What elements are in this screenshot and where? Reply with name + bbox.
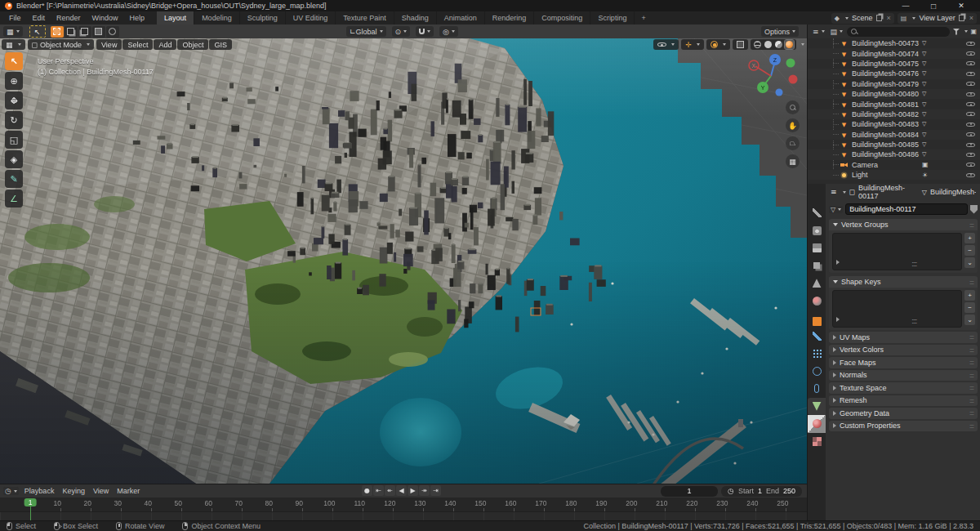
transform-orientation-dropdown[interactable]: ∟ Global bbox=[346, 26, 386, 37]
visibility-eye-icon[interactable] bbox=[966, 80, 975, 87]
tool-button[interactable] bbox=[5, 111, 23, 129]
collapsed-panel-header[interactable]: Face Maps :::: bbox=[829, 357, 978, 368]
xray-toggle[interactable] bbox=[733, 39, 748, 50]
filter-icon[interactable] bbox=[952, 29, 960, 35]
collapsed-panel-header[interactable]: Geometry Data :::: bbox=[829, 408, 978, 419]
current-frame-field[interactable]: 1 bbox=[661, 486, 718, 497]
expand-arrow-icon[interactable] bbox=[836, 317, 840, 322]
timeline-menu-item[interactable]: Playback bbox=[20, 487, 59, 495]
menu-item[interactable]: File bbox=[3, 14, 27, 22]
object-name[interactable]: BuildingMesh-00484 bbox=[852, 131, 919, 139]
workspace-tab[interactable]: Modeling bbox=[194, 11, 240, 25]
select-mode-button[interactable] bbox=[78, 26, 91, 38]
visibility-eye-icon[interactable] bbox=[966, 131, 975, 138]
shading-mode-button[interactable] bbox=[774, 40, 783, 49]
zoom-button[interactable] bbox=[786, 100, 800, 114]
object-name[interactable]: BuildingMesh-00483 bbox=[852, 120, 919, 128]
visibility-eye-icon[interactable] bbox=[966, 110, 975, 118]
tool-button[interactable] bbox=[5, 52, 23, 70]
unlink-scene-icon[interactable]: × bbox=[887, 14, 891, 22]
workspace-tab[interactable]: Sculpting bbox=[240, 11, 286, 25]
outliner-row[interactable]: BuildingMesh-00486 bbox=[808, 149, 980, 159]
collapsed-panel-header[interactable]: Vertex Colors :::: bbox=[829, 345, 978, 356]
camera-view-button[interactable]: ⏢ bbox=[786, 136, 800, 150]
breadcrumb-data-name[interactable]: BuildingMesh-00117 bbox=[930, 188, 976, 196]
viewport-menu-item[interactable]: Add bbox=[154, 39, 176, 50]
object-name[interactable]: BuildingMesh-00479 bbox=[852, 80, 919, 88]
panel-grip-icon[interactable]: :::: bbox=[969, 279, 973, 286]
remove-vertex-group-button[interactable]: − bbox=[964, 245, 975, 256]
tool-button[interactable] bbox=[5, 150, 23, 168]
playhead-line[interactable] bbox=[30, 506, 32, 521]
datablock-name-field[interactable]: BuildingMesh-00117 bbox=[845, 203, 968, 215]
chevron-down-icon[interactable] bbox=[801, 43, 804, 46]
collapsed-panel-header[interactable]: Remesh :::: bbox=[829, 395, 978, 407]
visibility-eye-icon[interactable] bbox=[966, 60, 975, 67]
tool-button[interactable] bbox=[5, 170, 23, 188]
timeline-editor-type-button[interactable]: ◷ bbox=[3, 487, 19, 495]
properties-tab[interactable] bbox=[808, 274, 826, 292]
outliner-row[interactable]: BuildingMesh-00484 bbox=[808, 130, 980, 140]
outliner-row[interactable]: BuildingMesh-00485 bbox=[808, 140, 980, 149]
collapsed-panel-header[interactable]: UV Maps :::: bbox=[829, 332, 978, 343]
workspace-tab[interactable]: Texture Paint bbox=[336, 11, 394, 25]
timeline-menu-item[interactable]: Marker bbox=[113, 487, 144, 495]
list-grip-icon[interactable]: :::: bbox=[911, 260, 916, 268]
vertex-groups-panel-header[interactable]: Vertex Groups :::: bbox=[829, 219, 978, 230]
viewport-menu-item[interactable]: View bbox=[96, 39, 122, 50]
panel-grip-icon[interactable]: :::: bbox=[969, 359, 973, 366]
add-workspace-button[interactable]: + bbox=[635, 11, 652, 25]
workspace-tab[interactable]: Rendering bbox=[485, 11, 535, 25]
show-overlays-dropdown[interactable] bbox=[706, 39, 730, 50]
properties-tab[interactable] bbox=[808, 222, 826, 240]
outliner-row[interactable]: Light bbox=[808, 170, 980, 180]
visibility-eye-icon[interactable] bbox=[966, 172, 975, 179]
object-visibility-dropdown[interactable] bbox=[653, 39, 679, 50]
remove-view-layer-icon[interactable]: × bbox=[969, 14, 973, 22]
outliner-display-mode-dropdown[interactable]: ▤ bbox=[829, 28, 845, 36]
object-name[interactable]: BuildingMesh-00476 bbox=[852, 69, 919, 78]
object-name[interactable]: BuildingMesh-00480 bbox=[852, 90, 919, 98]
visibility-eye-icon[interactable] bbox=[966, 161, 975, 168]
view-layer-selector[interactable]: ▤ View Layer × bbox=[898, 13, 977, 24]
show-gizmos-dropdown[interactable]: ✛ bbox=[681, 39, 704, 50]
fake-user-shield-icon[interactable] bbox=[970, 205, 978, 214]
vertex-groups-list[interactable]: :::: bbox=[832, 233, 962, 270]
visibility-eye-icon[interactable] bbox=[966, 121, 975, 128]
workspace-tab[interactable]: Animation bbox=[437, 11, 485, 25]
collapsed-panel-header[interactable]: Normals :::: bbox=[829, 370, 978, 382]
pan-button[interactable]: ✋ bbox=[786, 118, 800, 132]
add-shape-key-button[interactable]: + bbox=[964, 290, 975, 301]
properties-tab[interactable] bbox=[808, 380, 826, 398]
menu-item[interactable]: Render bbox=[51, 14, 87, 22]
workspace-tab[interactable]: Compositing bbox=[534, 11, 590, 25]
outliner-row[interactable]: BuildingMesh-00482 bbox=[808, 109, 980, 119]
visibility-eye-icon[interactable] bbox=[966, 91, 975, 98]
end-value[interactable]: 250 bbox=[783, 487, 795, 495]
workspace-tab[interactable]: Layout bbox=[157, 11, 194, 25]
shading-mode-button[interactable] bbox=[753, 40, 762, 49]
menu-item[interactable]: Window bbox=[87, 14, 124, 22]
workspace-tab[interactable]: UV Editing bbox=[286, 11, 336, 25]
editor-type-button[interactable]: ▦ bbox=[3, 26, 23, 37]
transport-button[interactable] bbox=[408, 485, 418, 496]
panel-grip-icon[interactable]: :::: bbox=[969, 409, 973, 417]
menu-item[interactable]: Edit bbox=[27, 14, 51, 22]
properties-tab[interactable] bbox=[808, 239, 826, 257]
object-name[interactable]: BuildingMesh-00475 bbox=[852, 60, 919, 68]
object-name[interactable]: BuildingMesh-00473 bbox=[852, 39, 919, 47]
start-value[interactable]: 1 bbox=[758, 487, 762, 495]
tool-button[interactable] bbox=[5, 190, 23, 207]
mode-dropdown[interactable]: ◻ Object Mode bbox=[28, 39, 95, 50]
shading-mode-button[interactable] bbox=[764, 40, 773, 49]
select-mode-button[interactable] bbox=[106, 26, 119, 38]
expand-arrow-icon[interactable] bbox=[836, 260, 840, 265]
properties-tab[interactable] bbox=[808, 363, 826, 381]
object-name[interactable]: Light bbox=[852, 171, 868, 179]
visibility-eye-icon[interactable] bbox=[966, 70, 975, 78]
options-button[interactable]: Options bbox=[761, 26, 799, 37]
timeline-menu-item[interactable]: View bbox=[89, 487, 113, 495]
mesh-data-dropdown[interactable]: ▽ bbox=[829, 206, 843, 213]
transport-button[interactable] bbox=[419, 485, 430, 496]
outliner-row[interactable]: BuildingMesh-00483 bbox=[808, 119, 980, 129]
